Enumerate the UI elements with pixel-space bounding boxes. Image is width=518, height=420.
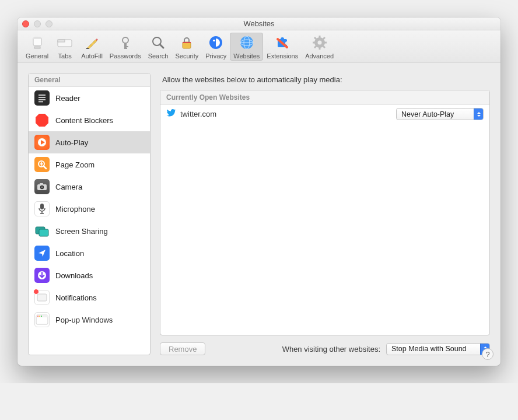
titlebar[interactable]: Websites [18,18,501,30]
svg-rect-5 [86,48,89,49]
camera-icon [34,179,50,194]
sidebar-item-label: Auto-Play [55,138,88,147]
dropdown-value: Stop Media with Sound [391,345,467,353]
svg-point-57 [37,316,38,317]
websites-listbox: Currently Open Websites twitter.com Neve… [160,90,490,335]
sidebar-item-label: Notifications [55,293,97,302]
sidebar-item-label: Camera [55,183,82,191]
svg-rect-1 [33,37,41,39]
svg-point-6 [123,37,128,43]
tab-label: Tabs [58,52,72,60]
notification-badge-icon [33,289,39,295]
microphone-icon [34,201,50,216]
close-button[interactable] [22,20,29,27]
auto-play-icon [34,135,50,150]
svg-point-24 [317,41,321,45]
twitter-icon [166,109,176,119]
website-row[interactable]: twitter.com Never Auto-Play [160,105,489,123]
svg-rect-52 [39,229,48,236]
location-icon [34,246,50,261]
sidebar-item-camera[interactable]: Camera [29,176,150,198]
sidebar-item-popup-windows[interactable]: Pop-up Windows [29,309,150,331]
tab-extensions[interactable]: Extensions [263,33,302,61]
content-blockers-icon [34,113,50,128]
svg-rect-2 [34,47,40,48]
svg-line-30 [323,46,325,48]
sidebar-item-label: Reader [55,94,80,103]
svg-line-31 [323,37,325,39]
security-icon [178,34,195,51]
sidebar-item-label: Page Zoom [55,160,94,169]
settings-sidebar: General Reader Content Blockers Auto-Pla… [28,73,150,355]
tab-autofill[interactable]: AutoFill [78,33,106,61]
tab-search[interactable]: Search [145,33,172,61]
tab-label: Search [148,52,169,60]
remove-button[interactable]: Remove [160,342,205,355]
extensions-icon [274,34,291,51]
tab-label: Privacy [205,52,226,60]
sidebar-item-content-blockers[interactable]: Content Blockers [29,109,150,131]
svg-rect-4 [58,40,65,42]
websites-icon [238,34,256,51]
svg-rect-9 [124,48,127,49]
reader-icon [34,90,50,106]
search-icon [149,34,167,51]
svg-point-47 [41,187,43,188]
svg-marker-37 [36,114,48,127]
tab-websites[interactable]: Websites [230,33,263,61]
dropdown-arrows-icon [474,108,483,120]
tab-security[interactable]: Security [172,33,202,61]
tab-label: Extensions [267,52,298,60]
screen-sharing-icon [34,223,50,239]
svg-point-59 [41,316,42,317]
sidebar-item-reader[interactable]: Reader [29,87,150,109]
sidebar-item-location[interactable]: Location [29,242,150,264]
sidebar-section-header: General [29,74,150,87]
passwords-icon [117,34,134,51]
minimize-button[interactable] [34,20,41,27]
sidebar-item-label: Downloads [55,271,93,280]
tab-advanced[interactable]: Advanced [302,33,337,61]
help-button[interactable]: ? [482,348,494,360]
page-zoom-icon [34,157,50,172]
tab-general[interactable]: General [22,33,52,61]
dropdown-value: Never Auto-Play [401,110,454,118]
svg-rect-54 [37,294,47,301]
sidebar-item-label: Location [55,249,84,258]
sidebar-item-label: Screen Sharing [55,227,108,236]
svg-rect-8 [124,46,128,47]
tab-label: AutoFill [81,52,103,60]
tab-tabs[interactable]: Tabs [52,33,78,61]
sidebar-item-label: Content Blockers [55,116,113,125]
sidebar-item-notifications[interactable]: Notifications [29,286,150,309]
tab-label: Websites [233,52,260,60]
notifications-icon [34,290,50,305]
tab-label: Passwords [110,52,141,60]
svg-line-41 [44,166,47,169]
panel-title: Allow the websites below to automaticall… [162,75,490,84]
privacy-icon [207,34,225,51]
sidebar-item-screen-sharing[interactable]: Screen Sharing [29,220,150,242]
sidebar-item-downloads[interactable]: Downloads [29,264,150,286]
list-section-header: Currently Open Websites [160,90,489,105]
popup-windows-icon [34,312,50,327]
tabs-icon [56,34,74,51]
window-controls [22,20,52,27]
tab-label: Security [175,52,198,60]
sidebar-item-page-zoom[interactable]: Page Zoom [29,153,150,176]
zoom-button[interactable] [46,20,52,27]
window-title: Websites [243,19,274,28]
svg-point-21 [281,37,284,41]
downloads-icon [34,268,50,283]
sidebar-item-microphone[interactable]: Microphone [29,198,150,220]
tab-passwords[interactable]: Passwords [106,33,145,61]
policy-dropdown[interactable]: Never Auto-Play [396,108,484,120]
sidebar-item-auto-play[interactable]: Auto-Play [29,131,150,153]
default-policy-dropdown[interactable]: Stop Media with Sound [386,343,490,355]
tab-privacy[interactable]: Privacy [202,33,230,61]
tab-label: General [26,52,48,60]
svg-rect-13 [183,42,191,43]
svg-line-29 [314,37,316,39]
svg-rect-15 [213,40,215,41]
svg-rect-48 [40,204,44,209]
